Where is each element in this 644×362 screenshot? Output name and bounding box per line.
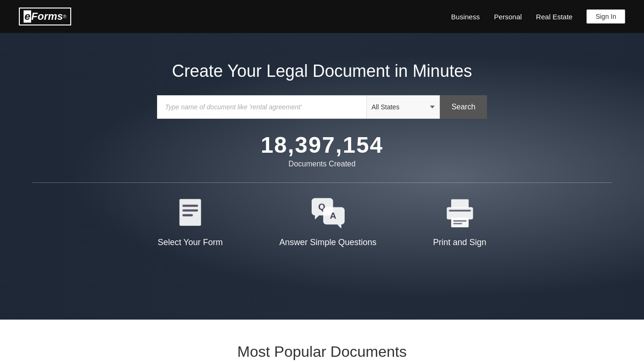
svg-rect-15 bbox=[453, 223, 462, 224]
svg-marker-9 bbox=[337, 224, 341, 229]
feature-answer-questions: Q A Answer Simple Questions bbox=[279, 197, 376, 247]
svg-rect-2 bbox=[182, 210, 198, 212]
logo-forms: Forms bbox=[31, 10, 63, 23]
svg-rect-0 bbox=[179, 199, 201, 226]
counter-label: Documents Created bbox=[261, 160, 383, 168]
search-button[interactable]: Search bbox=[440, 95, 487, 119]
hero-section: Create Your Legal Document in Minutes Al… bbox=[0, 33, 644, 320]
answer-questions-label: Answer Simple Questions bbox=[279, 238, 376, 247]
feature-print-sign: Print and Sign bbox=[433, 197, 487, 247]
hero-content: Create Your Legal Document in Minutes Al… bbox=[0, 61, 644, 247]
print-sign-label: Print and Sign bbox=[433, 238, 487, 247]
sign-in-button[interactable]: Sign In bbox=[586, 9, 625, 24]
hero-divider bbox=[32, 182, 611, 183]
counter-number: 18,397,154 bbox=[261, 133, 383, 158]
popular-section: Most Popular Documents bbox=[0, 320, 644, 362]
logo-e: e bbox=[24, 10, 31, 23]
feature-select-form: Select Your Form bbox=[157, 197, 223, 247]
nav-real-estate[interactable]: Real Estate bbox=[536, 13, 573, 21]
nav-personal[interactable]: Personal bbox=[494, 13, 522, 21]
svg-rect-3 bbox=[182, 214, 193, 217]
nav-business[interactable]: Business bbox=[451, 13, 480, 21]
nav-right: Business Personal Real Estate Sign In bbox=[451, 9, 625, 24]
svg-rect-1 bbox=[182, 205, 198, 207]
svg-rect-10 bbox=[451, 199, 469, 208]
svg-rect-12 bbox=[449, 210, 471, 212]
svg-marker-6 bbox=[315, 215, 319, 220]
logo-reg: ® bbox=[63, 14, 66, 19]
select-form-label: Select Your Form bbox=[157, 238, 223, 247]
svg-rect-11 bbox=[446, 207, 473, 220]
hero-title: Create Your Legal Document in Minutes bbox=[172, 61, 472, 81]
popular-title: Most Popular Documents bbox=[19, 343, 625, 361]
header: eForms® Business Personal Real Estate Si… bbox=[0, 0, 644, 33]
features-row: Select Your Form Q A Answer bbox=[0, 197, 644, 247]
search-input[interactable] bbox=[157, 95, 367, 119]
counter-section: 18,397,154 Documents Created bbox=[261, 133, 383, 168]
svg-rect-13 bbox=[451, 218, 469, 227]
svg-text:A: A bbox=[330, 211, 336, 221]
search-bar: All States AlabamaAlaskaArizona Arkansas… bbox=[157, 95, 487, 119]
states-select[interactable]: All States AlabamaAlaskaArizona Arkansas… bbox=[367, 95, 440, 119]
answer-questions-icon: Q A bbox=[312, 197, 345, 230]
logo[interactable]: eForms® bbox=[19, 8, 71, 25]
svg-rect-14 bbox=[453, 221, 466, 222]
select-form-icon bbox=[173, 197, 206, 230]
print-sign-icon bbox=[443, 197, 476, 230]
main-nav: Business Personal Real Estate bbox=[451, 13, 573, 21]
